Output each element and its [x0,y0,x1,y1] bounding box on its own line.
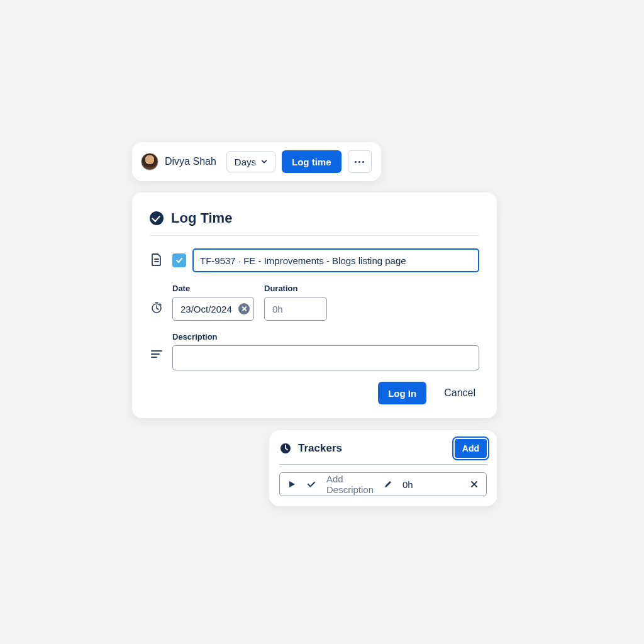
duration-input-wrap [264,297,327,321]
add-tracker-button[interactable]: Add [455,439,487,458]
more-horizontal-icon [355,161,364,163]
submit-button[interactable]: Log In [378,382,426,404]
time-row: Date Duration [150,284,479,321]
trackers-header: Trackers Add [279,439,487,465]
issue-type-icon [172,253,186,267]
user-name: Divya Shah [165,156,216,167]
text-lines-icon [150,332,164,358]
close-icon[interactable] [470,480,479,489]
cancel-button[interactable]: Cancel [440,387,479,399]
tracker-duration: 0h [402,479,413,490]
chevron-down-icon [261,158,267,165]
user-toolbar: Divya Shah Days Log time [132,142,381,181]
stopwatch-icon [150,284,164,314]
panel-title: Log Time [171,210,232,226]
avatar[interactable] [141,153,158,170]
panel-header: Log Time [150,210,479,236]
play-icon[interactable] [287,480,296,489]
panel-actions: Log In Cancel [150,382,479,404]
check-circle-icon [150,211,164,225]
check-icon[interactable] [306,479,316,489]
view-dropdown[interactable]: Days [226,151,275,172]
document-icon [150,248,164,266]
description-label: Description [172,332,479,341]
description-input[interactable] [172,345,479,370]
tracker-description-placeholder[interactable]: Add Description [326,474,374,495]
log-time-button[interactable]: Log time [282,150,341,173]
date-label: Date [172,284,254,293]
more-actions-button[interactable] [348,150,372,173]
view-dropdown-label: Days [235,157,256,167]
duration-input[interactable] [271,303,320,315]
date-value[interactable] [179,303,233,315]
clear-date-icon[interactable] [238,303,250,314]
issue-row [150,248,479,272]
description-row: Description [150,332,479,370]
trackers-title: Trackers [298,442,342,455]
issue-input[interactable] [192,248,479,272]
clock-icon [279,442,292,455]
trackers-panel: Trackers Add Add Description 0h [269,430,497,506]
log-time-panel: Log Time Date Duration [132,192,497,418]
duration-label: Duration [264,284,327,293]
pencil-icon[interactable] [384,480,392,489]
tracker-row: Add Description 0h [279,472,487,496]
date-input[interactable] [172,297,254,321]
